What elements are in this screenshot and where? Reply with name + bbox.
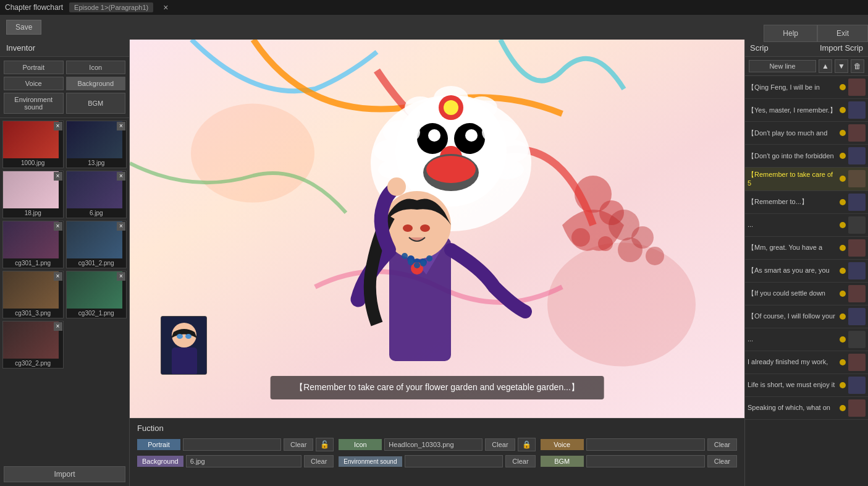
script-thumb: [848, 194, 866, 211]
svg-point-22: [378, 160, 413, 179]
inventor-grid: × ⊞ 1000.jpg × ⊞ 13.jpg × ⊞ 18.jpg: [0, 118, 129, 463]
arrow-down-button[interactable]: ▼: [835, 59, 848, 73]
script-item-text: 【Don't go into the forbidden: [748, 151, 837, 160]
script-dot: [840, 176, 846, 182]
script-dot: [840, 130, 846, 136]
list-item[interactable]: 【If you could settle down: [745, 283, 868, 305]
environment-button[interactable]: Environment sound: [4, 93, 64, 114]
bgm-input[interactable]: [586, 455, 705, 467]
close-icon[interactable]: ×: [163, 2, 168, 12]
portrait-input[interactable]: [183, 438, 281, 451]
script-toolbar: New line ▲ ▼ 🗑: [745, 57, 868, 76]
portrait-label: Portrait: [137, 439, 180, 450]
arrow-up-button[interactable]: ▲: [819, 59, 832, 73]
list-item[interactable]: Speaking of which, what on: [745, 397, 868, 420]
list-item[interactable]: × ⊞ cg301_1.png: [2, 221, 64, 268]
list-item[interactable]: × ⊞ 6.jpg: [66, 171, 127, 218]
list-item[interactable]: ...: [745, 214, 868, 237]
svg-point-6: [598, 236, 613, 251]
import-button[interactable]: Import: [4, 466, 125, 482]
voice-input[interactable]: [586, 438, 705, 451]
script-item-text: ...: [748, 335, 837, 343]
import-script-button[interactable]: Import Scrip: [820, 43, 863, 53]
close-icon[interactable]: ×: [117, 172, 125, 181]
list-item[interactable]: I already finished my work,: [745, 351, 868, 374]
voice-button[interactable]: Voice: [4, 77, 64, 90]
portrait-button[interactable]: Portrait: [4, 61, 64, 74]
inventor-buttons: Portrait Icon Voice Background Environme…: [0, 57, 129, 118]
help-button[interactable]: Help: [764, 25, 817, 42]
list-item[interactable]: × ⊞ 1000.jpg: [2, 121, 64, 168]
scene-svg: [130, 40, 744, 418]
voice-clear-button[interactable]: Clear: [707, 438, 737, 451]
close-icon[interactable]: ×: [54, 222, 62, 231]
close-icon[interactable]: ×: [117, 122, 125, 130]
list-item[interactable]: 【Don't go into the forbidden: [745, 145, 868, 168]
list-item[interactable]: ...: [745, 328, 868, 351]
delete-button[interactable]: 🗑: [851, 59, 864, 73]
thumbnail-grid: × ⊞ 1000.jpg × ⊞ 13.jpg × ⊞ 18.jpg: [2, 121, 127, 369]
env-field: Environment sound Clear: [339, 455, 535, 467]
svg-point-43: [414, 262, 420, 268]
script-thumb: [848, 170, 866, 187]
script-thumb: [848, 124, 866, 142]
script-thumb: [848, 354, 866, 371]
background-field: Background Clear: [137, 455, 334, 467]
script-item-text: 【Don't play too much and: [748, 129, 837, 137]
close-icon[interactable]: ×: [54, 122, 62, 130]
background-input[interactable]: [186, 455, 301, 467]
bgm-button[interactable]: BGM: [66, 93, 126, 114]
icon-lock-icon[interactable]: 🔒: [518, 438, 536, 451]
list-item[interactable]: 【Don't play too much and: [745, 122, 868, 145]
close-icon[interactable]: ×: [54, 172, 62, 181]
script-item-text: 【Mm, great. You have a: [748, 243, 837, 252]
background-clear-button[interactable]: Clear: [304, 455, 334, 467]
tab-label[interactable]: Episode 1>(Paragraph1): [69, 2, 153, 12]
env-clear-button[interactable]: Clear: [505, 455, 535, 467]
env-input[interactable]: [405, 455, 504, 467]
svg-point-10: [646, 247, 664, 265]
function-panel: Fuction Portrait Clear 🔓 Icon Clear 🔒: [130, 418, 744, 486]
bgm-clear-button[interactable]: Clear: [707, 455, 737, 467]
list-item[interactable]: × ⊞ 18.jpg: [2, 171, 64, 218]
list-item[interactable]: 【Of course, I will follow your: [745, 305, 868, 328]
list-item[interactable]: × ⊞ cg302_2.png: [2, 321, 64, 369]
list-item[interactable]: 【Remember to...】: [745, 191, 868, 214]
list-item[interactable]: 【Remember to take care of 5: [745, 168, 868, 191]
thumbnail-image: [67, 271, 122, 309]
thumbnail-image: [3, 322, 59, 359]
script-thumb: [848, 377, 866, 394]
exit-button[interactable]: Exit: [817, 25, 868, 42]
icon-clear-button[interactable]: Clear: [485, 438, 515, 451]
close-icon[interactable]: ×: [54, 322, 62, 331]
close-icon[interactable]: ×: [117, 272, 125, 281]
portrait-lock-icon[interactable]: 🔓: [316, 438, 334, 451]
list-item[interactable]: × ⊞ cg301_2.png: [66, 221, 127, 268]
script-item-text: 【Yes, master, I remember.】: [748, 106, 837, 114]
list-item[interactable]: × ⊞ cg302_1.png: [66, 271, 127, 318]
script-item-text: 【Remember to...】: [748, 197, 837, 206]
thumbnail-label: 6.jpg: [67, 208, 127, 218]
close-icon[interactable]: ×: [54, 272, 62, 281]
icon-input[interactable]: [384, 438, 482, 451]
script-dot: [840, 107, 846, 113]
script-item-text: I already finished my work,: [748, 357, 837, 366]
save-button[interactable]: Save: [6, 20, 41, 35]
script-thumb: [848, 262, 866, 279]
list-item[interactable]: 【Yes, master, I remember.】: [745, 99, 868, 122]
background-button[interactable]: Background: [66, 77, 126, 90]
portrait-clear-button[interactable]: Clear: [284, 438, 313, 451]
list-item[interactable]: 【As smart as you are, you: [745, 260, 868, 283]
bgm-label: BGM: [541, 456, 584, 467]
list-item[interactable]: Life is short, we must enjoy it: [745, 374, 868, 397]
list-item[interactable]: × ⊞ cg301_3.png: [2, 271, 64, 318]
new-line-button[interactable]: New line: [749, 60, 816, 72]
script-title: Scrip: [750, 43, 769, 53]
list-item[interactable]: 【Mm, great. You have a: [745, 237, 868, 260]
close-icon[interactable]: ×: [117, 222, 125, 231]
list-item[interactable]: × ⊞ 13.jpg: [66, 121, 127, 168]
list-item[interactable]: 【Qing Feng, I will be in: [745, 76, 868, 99]
env-label: Environment sound: [339, 456, 402, 467]
center-panel: 【Remember to take care of your flower ga…: [130, 40, 744, 486]
icon-button[interactable]: Icon: [66, 61, 126, 74]
